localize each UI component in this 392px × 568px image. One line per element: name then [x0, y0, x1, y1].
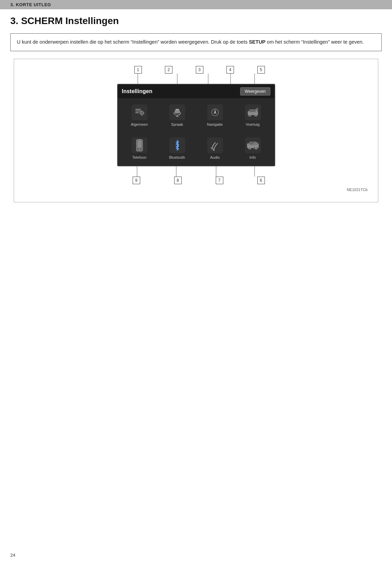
svg-point-39 [254, 146, 255, 148]
page-number: 24 [10, 553, 15, 558]
callout-8: 8 [174, 177, 182, 184]
section-title: 3. KORTE UITLEG [10, 2, 51, 7]
svg-marker-20 [214, 109, 216, 114]
svg-point-27 [257, 109, 257, 110]
screen-item-voertuig[interactable]: Voertuig [234, 101, 272, 130]
voertuig-label: Voertuig [246, 122, 259, 126]
callout-3: 3 [196, 66, 203, 74]
svg-rect-15 [175, 110, 180, 111]
diagram-container: 1 2 3 4 5 [14, 59, 378, 202]
svg-point-23 [249, 114, 251, 116]
svg-rect-5 [135, 109, 141, 110]
svg-rect-29 [137, 141, 142, 148]
svg-point-33 [213, 149, 215, 151]
svg-rect-7 [135, 112, 139, 113]
screen-item-info[interactable]: Info [234, 134, 272, 163]
main-content: U kunt de onderwerpen instellen die op h… [0, 30, 392, 213]
screen-item-navigatie[interactable]: Navigatie [196, 101, 234, 130]
callout-2: 2 [165, 66, 172, 74]
weergeven-button[interactable]: Weergeven [240, 87, 270, 96]
info-text-1: U kunt de onderwerpen instellen die op h… [17, 39, 249, 45]
svg-rect-6 [135, 111, 141, 111]
callout-7: 7 [216, 177, 223, 184]
spraak-label: Spraak [171, 122, 183, 126]
info-label: Info [249, 155, 256, 159]
info-box: U kunt de onderwerpen instellen die op h… [10, 33, 382, 51]
telefoon-icon [132, 137, 147, 153]
callout-9: 9 [133, 177, 140, 184]
callout-5: 5 [257, 66, 265, 74]
svg-point-30 [139, 149, 140, 150]
audio-label: Audio [210, 155, 220, 159]
diagram-wrapper: 1 2 3 4 5 [100, 66, 292, 184]
spraak-icon [169, 104, 185, 120]
section-header: 3. KORTE UITLEG [0, 0, 392, 9]
algemeen-label: Algemeen [131, 122, 148, 126]
image-code: NE1021TCb [24, 188, 368, 192]
svg-point-24 [255, 114, 257, 116]
connector-lines-bottom [117, 166, 275, 177]
callout-1: 1 [134, 66, 142, 74]
screen-mockup: Instellingen Weergeven [117, 84, 275, 166]
svg-rect-16 [175, 111, 180, 113]
svg-point-9 [141, 112, 143, 114]
svg-rect-14 [176, 109, 179, 110]
screen-item-bluetooth[interactable]: Bluetooth [158, 134, 196, 163]
svg-point-32 [211, 147, 213, 149]
page-title: 3. SCHERM Instellingen [0, 9, 392, 30]
info-text-2: om het scherm “Instellingen” weer te gev… [266, 39, 364, 45]
audio-icon [207, 137, 223, 153]
telefoon-label: Telefoon [132, 155, 147, 159]
screen-item-algemeen[interactable]: Algemeen [121, 101, 158, 130]
screen-item-audio[interactable]: Audio [196, 134, 234, 163]
svg-point-36 [249, 147, 251, 149]
screen-row-2: Telefoon Bluetooth [118, 133, 275, 166]
voertuig-icon [245, 104, 261, 120]
info-icon [245, 137, 261, 153]
callout-4: 4 [226, 66, 234, 74]
navigatie-label: Navigatie [207, 122, 223, 126]
svg-rect-31 [138, 140, 141, 141]
svg-point-40 [256, 146, 258, 148]
screen-item-telefoon[interactable]: Telefoon [121, 134, 158, 163]
screen-item-spraak[interactable]: Spraak [158, 101, 196, 130]
screen-row-1: Algemeen [118, 98, 275, 133]
algemeen-icon [132, 104, 147, 120]
screen-title-bar: Instellingen Weergeven [118, 85, 275, 98]
connector-lines-top [117, 74, 275, 84]
bluetooth-label: Bluetooth [169, 155, 185, 159]
callout-6: 6 [257, 177, 265, 184]
svg-rect-25 [256, 110, 257, 112]
svg-rect-38 [254, 142, 258, 145]
svg-rect-22 [249, 109, 256, 112]
bluetooth-icon [169, 137, 185, 153]
navigatie-icon [207, 104, 223, 120]
screen-title: Instellingen [122, 88, 153, 94]
info-text-bold: SETUP [249, 39, 265, 45]
